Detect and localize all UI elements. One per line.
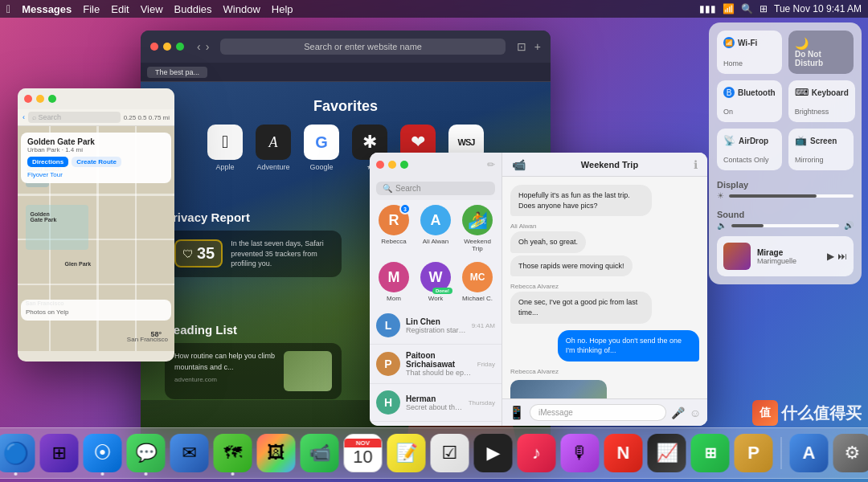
dock-icon-news[interactable]: N (604, 434, 643, 472)
menubar-window[interactable]: Window (223, 3, 260, 15)
dock-icon-maps[interactable]: 🗺 (214, 434, 252, 472)
cc-sound-slider[interactable] (731, 224, 839, 227)
music-next-icon[interactable]: ⏭ (837, 251, 847, 262)
safari-reading-card[interactable]: How routine can help you climb mountains… (165, 343, 342, 399)
safari-forward-icon[interactable]: › (206, 40, 210, 53)
pin-work[interactable]: W Done! Work (418, 262, 453, 302)
menubar-view[interactable]: View (141, 3, 163, 15)
cc-music-title: Mirage (757, 248, 821, 257)
msg-name-herman: Herman (406, 394, 463, 403)
menubar-file[interactable]: File (83, 3, 100, 15)
dock-icon-podcasts[interactable]: 🎙 (561, 434, 600, 472)
compose-icon[interactable]: ✏ (487, 159, 495, 170)
apple-menu[interactable]:  (6, 2, 10, 15)
photos-on-yelp-text: Photos on Yelp (26, 308, 68, 316)
menubar-edit[interactable]: Edit (111, 3, 129, 15)
dock-icon-mail[interactable]: ✉ (170, 434, 209, 472)
cc-display-label: Display (717, 180, 748, 190)
safari-fav-google[interactable]: G Google (304, 125, 339, 171)
menubar-control-center-icon[interactable]: ⊞ (760, 3, 768, 14)
dock-icon-appletv[interactable]: ▶ (474, 434, 513, 472)
dock-icon-system-prefs[interactable]: ⚙ (833, 434, 869, 472)
cc-dnd-tile[interactable]: 🌙 Do Not Disturb (788, 31, 854, 74)
create-route-button[interactable]: Create Route (72, 157, 121, 167)
dock-icon-reminders[interactable]: ☑ (431, 434, 469, 472)
dock-icon-launchpad[interactable]: ⊞ (40, 434, 79, 472)
messages-audio-icon[interactable]: 🎤 (671, 406, 685, 419)
dock-icon-pages[interactable]: P (735, 434, 773, 472)
pin-ali[interactable]: A Ali Alwan (418, 205, 453, 252)
safari-reading-text: How routine can help you climb mountains… (174, 351, 276, 373)
maps-body: GoldenGate Park Baker Beach Glen Park Sa… (18, 126, 174, 351)
safari-tab-active[interactable]: The best pa... (147, 67, 207, 78)
messages-thread-title: Weekend Trip (581, 160, 638, 170)
dock-icon-safari[interactable]: ⦿ (84, 434, 122, 472)
msg-item-paitoon[interactable]: P Paitoon Srichaisawat That should be ep… (370, 345, 502, 384)
menubar-app-name[interactable]: Messages (22, 3, 72, 15)
messages-emoji-icon[interactable]: ☺ (690, 406, 701, 419)
safari-minimize-button[interactable] (163, 43, 171, 51)
cc-row-1: 📶 Wi-Fi Home 🌙 Do Not Disturb (717, 31, 854, 74)
safari-privacy-card[interactable]: 🛡 35 In the last seven days, Safari prev… (165, 231, 342, 277)
directions-button[interactable]: Directions (27, 157, 68, 167)
dock-icon-calendar[interactable]: NOV 10 (344, 434, 383, 472)
safari-fav-adventure[interactable]: A Adventure (256, 125, 291, 171)
messages-minimize-button[interactable] (388, 161, 396, 169)
wifi-icon: 📶 (723, 37, 735, 48)
safari-back-icon[interactable]: ‹ (197, 40, 201, 53)
safari-new-tab-icon[interactable]: + (534, 40, 541, 53)
safari-fav-adventure-img: A (256, 125, 291, 160)
safari-url-bar[interactable]: Search or enter website name (220, 39, 505, 55)
weekend-trip-icon: 🏄 (468, 210, 488, 230)
dock-icon-messages[interactable]: 💬 (127, 434, 166, 472)
dock-icon-finder[interactable]: 🔵 (0, 434, 35, 472)
messages-info-icon[interactable]: ℹ (694, 158, 698, 171)
dock-icon-stocks[interactable]: 📈 (648, 434, 686, 472)
maps-close-button[interactable] (24, 95, 32, 103)
safari-fullscreen-button[interactable] (176, 43, 184, 51)
messages-close-button[interactable] (376, 161, 384, 169)
maps-back-icon[interactable]: ‹ (23, 113, 25, 121)
messages-window: ✏ 🔍 Search R 3 Rebecca A Ali Alwan (370, 153, 707, 426)
safari-share-icon[interactable]: ⊡ (517, 40, 526, 53)
dock-icon-notes[interactable]: 📝 (387, 434, 426, 472)
messages-apps-icon[interactable]: 📱 (509, 405, 525, 420)
maps-search-bar[interactable]: ⌕ Search (28, 112, 121, 123)
menubar-help[interactable]: Help (272, 3, 293, 15)
dock-icon-music[interactable]: ♪ (518, 434, 556, 472)
dock-icon-facetime[interactable]: 📹 (301, 434, 339, 472)
sf-label: San Francisco (127, 336, 168, 343)
pin-weekend[interactable]: 🏄 Weekend Trip (460, 205, 495, 252)
cc-airdrop-tile[interactable]: 📡 AirDrop Contacts Only (717, 129, 782, 170)
chat-group-1: Hopefully it's as fun as the last trip. … (510, 185, 699, 216)
pin-michael[interactable]: MC Michael C. (460, 262, 495, 302)
dock-icon-numbers[interactable]: ⊞ (691, 434, 730, 472)
messages-video-icon[interactable]: 📹 (512, 158, 526, 171)
messages-fullscreen-button[interactable] (400, 161, 408, 169)
maps-minimize-button[interactable] (36, 95, 44, 103)
msg-item-lin[interactable]: L Lin Chen Registration starts today! 9:… (370, 307, 502, 345)
cc-screen-mirror-tile[interactable]: 📺 Screen Mirroring (788, 129, 854, 170)
maps-fullscreen-button[interactable] (48, 95, 56, 103)
messages-input-field[interactable]: iMessage (530, 404, 666, 421)
dock-icon-photos[interactable]: 🖼 (257, 434, 296, 472)
cc-keyboard-tile[interactable]: ⌨ Keyboard Brightness (788, 80, 855, 122)
pin-rebecca[interactable]: R 3 Rebecca (376, 205, 411, 252)
music-play-icon[interactable]: ▶ (827, 251, 834, 262)
messages-search-input[interactable]: 🔍 Search (376, 182, 495, 195)
pin-mom[interactable]: M Mom (376, 262, 411, 302)
menubar-buddies[interactable]: Buddies (174, 3, 212, 15)
golden-gate-card: Golden Gate Park Urban Park · 1.4 mi Dir… (21, 133, 171, 183)
dock-icon-appstore[interactable]: A (790, 434, 829, 472)
safari-close-button[interactable] (150, 43, 158, 51)
cc-wifi-tile[interactable]: 📶 Wi-Fi Home (717, 31, 782, 74)
menubar-search-icon[interactable]: 🔍 (741, 3, 753, 14)
safari-fav-apple[interactable]:  Apple (207, 125, 243, 171)
msg-item-herman[interactable]: H Herman Secret about the box. Thursday (370, 384, 502, 422)
flyover-label[interactable]: Flyover Tour (27, 170, 165, 178)
cc-sm-label: Screen (810, 137, 837, 145)
cc-bluetooth-tile[interactable]: B Bluetooth On (717, 80, 782, 122)
cc-wifi-header: 📶 Wi-Fi (723, 37, 776, 48)
cc-display-slider[interactable] (729, 194, 854, 198)
cc-music-tile: Mirage Marimguelle ▶ ⏭ (717, 236, 854, 276)
